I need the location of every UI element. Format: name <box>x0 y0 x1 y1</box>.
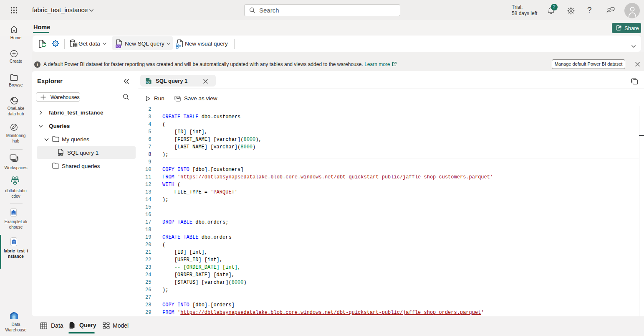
svg-text:SQL: SQL <box>146 81 151 84</box>
svg-text:SQL: SQL <box>58 153 62 156</box>
svg-text:SQL: SQL <box>116 45 121 48</box>
